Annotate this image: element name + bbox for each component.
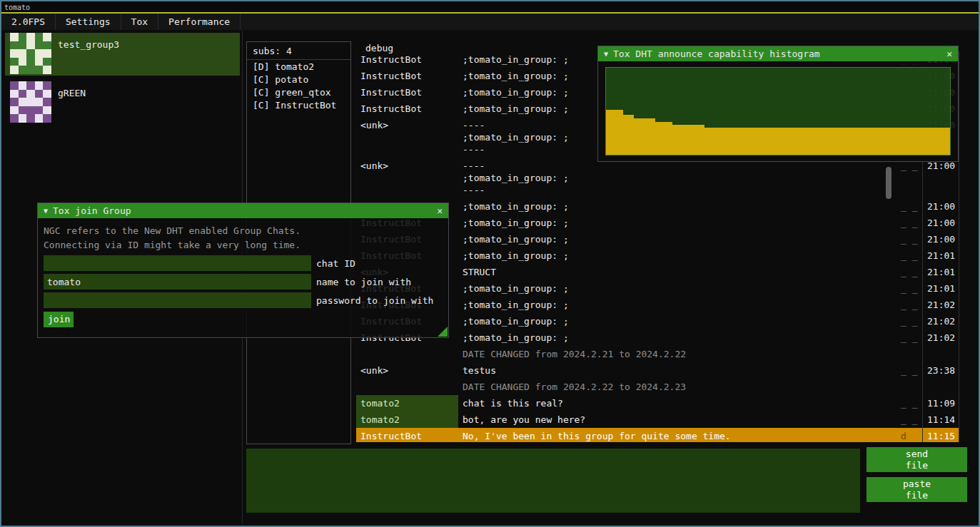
member-item[interactable]: [D] tomato2 — [247, 60, 350, 73]
group-avatar — [10, 33, 51, 74]
member-list: [D] tomato2[C] potato[C] green_qtox[C] I… — [247, 60, 350, 111]
message-time: 11:15 — [922, 428, 959, 442]
message-text: ---- ;tomato_in_group: ; ---- — [458, 158, 884, 198]
message-text: No, I've been in this group for quite so… — [458, 428, 884, 442]
group-item-test_group3[interactable]: test_group3 — [5, 33, 240, 76]
join-field-label: chat ID — [316, 258, 355, 269]
message-scroll-gutter — [884, 264, 897, 280]
member-item[interactable]: [C] green_qtox — [247, 86, 350, 98]
join-field-row: password to join with — [44, 292, 443, 308]
message-sender — [356, 379, 458, 395]
menu-item-tox[interactable]: Tox — [121, 14, 158, 30]
dht-histogram-titlebar[interactable]: ▼ Tox DHT announce capability histogram … — [598, 46, 958, 61]
join-button[interactable]: join — [44, 312, 74, 327]
message-flags: _ _ — [897, 297, 922, 313]
message-scroll-gutter — [884, 329, 897, 346]
histogram-bar — [634, 118, 655, 155]
message-time: 21:02 — [922, 329, 959, 346]
message-scroll-gutter — [884, 428, 897, 442]
message-text: ;tomato_in_group: ; — [458, 198, 884, 215]
close-icon[interactable]: ✕ — [946, 48, 952, 59]
member-item[interactable]: [C] potato — [247, 73, 350, 86]
message-text: ;tomato_in_group: ; — [458, 280, 884, 297]
message-scroll-gutter — [884, 297, 897, 313]
message-sender: tomato2 — [356, 395, 458, 411]
message-sender: InstructBot — [356, 68, 458, 84]
join-field-row: chat ID — [44, 255, 443, 271]
message-time: 21:00 — [922, 215, 959, 231]
message-scroll-gutter — [884, 198, 897, 215]
join-group-window: ▼ Tox join Group ✕ NGC refers to the New… — [37, 203, 449, 338]
message-flags: _ _ — [897, 411, 922, 428]
message-row: InstructBotNo, I've been in this group f… — [356, 428, 959, 442]
messages-scrollbar-thumb[interactable] — [886, 167, 891, 199]
message-time: 21:00 — [922, 198, 959, 215]
message-row: <unk>testus_ _23:38 — [356, 362, 959, 379]
collapse-arrow-icon[interactable]: ▼ — [44, 207, 48, 215]
message-text: STRUCT — [458, 264, 884, 280]
message-sender: <unk> — [356, 117, 458, 158]
message-text: chat is this real? — [458, 395, 884, 411]
join-name-input[interactable] — [44, 274, 311, 290]
message-scroll-gutter — [884, 231, 897, 247]
message-sender: tomato2 — [356, 411, 458, 428]
message-text: ;tomato_in_group: ; — [458, 215, 884, 231]
message-time: 21:02 — [922, 313, 959, 329]
member-item[interactable]: [C] InstructBot — [247, 98, 350, 111]
message-sender: InstructBot — [356, 428, 458, 442]
join-group-titlebar[interactable]: ▼ Tox join Group ✕ — [38, 203, 448, 218]
histogram-bar — [623, 115, 634, 155]
message-scroll-gutter — [884, 215, 897, 231]
join-group-info-text: NGC refers to the New DHT enabled Group … — [44, 224, 443, 252]
message-row: DATE CHANGED from 2024.2.22 to 2024.2.23 — [356, 379, 959, 395]
join-field-label: name to join with — [316, 277, 411, 287]
message-flags: _ _ — [897, 198, 922, 215]
message-flags: _ _ — [897, 362, 922, 379]
send-file-button[interactable]: send file — [867, 447, 967, 472]
message-time: 21:00 — [922, 158, 959, 198]
resize-grip[interactable] — [438, 327, 448, 337]
menu-item-settings[interactable]: Settings — [56, 14, 121, 30]
group-avatar — [10, 81, 51, 123]
message-sender: <unk> — [356, 158, 458, 198]
menu-item-performance[interactable]: Performance — [158, 14, 241, 30]
histogram-bar — [672, 125, 704, 155]
message-text: ;tomato_in_group: ; — [458, 313, 884, 329]
message-row: tomato2chat is this real?_ _11:09 — [356, 395, 959, 411]
histogram-bar — [655, 122, 673, 155]
message-time: 21:01 — [922, 264, 959, 280]
message-sender: <unk> — [356, 362, 458, 379]
message-input[interactable] — [246, 449, 860, 513]
menu-bar: 2.0FPSSettingsToxPerformance — [1, 14, 979, 30]
message-time — [922, 379, 959, 395]
message-scroll-gutter — [884, 379, 897, 395]
message-text: ;tomato_in_group: ; — [458, 297, 884, 313]
collapse-arrow-icon[interactable]: ▼ — [604, 50, 608, 58]
message-time: 21:02 — [922, 297, 959, 313]
join-info-line: Connecting via ID might take a very long… — [44, 238, 443, 252]
menu-item-2-0fps[interactable]: 2.0FPS — [1, 14, 56, 30]
message-flags: _ _ — [897, 264, 922, 280]
join-info-line: NGC refers to the New DHT enabled Group … — [44, 224, 443, 238]
message-sender: InstructBot — [356, 51, 458, 68]
message-flags: _ _ — [897, 158, 922, 198]
message-scroll-gutter — [884, 411, 897, 428]
paste-file-button[interactable]: paste file — [867, 477, 967, 502]
group-name: gREEN — [58, 88, 86, 98]
group-item-green[interactable]: gREEN — [5, 81, 240, 124]
message-time: 11:09 — [922, 395, 959, 411]
app-window: tomato 2.0FPSSettingsToxPerformance test… — [0, 0, 980, 527]
message-flags — [897, 379, 922, 395]
message-flags: _ _ — [897, 395, 922, 411]
join-password-input[interactable] — [44, 292, 311, 308]
close-icon[interactable]: ✕ — [437, 205, 443, 216]
join-field-row: name to join with — [44, 274, 443, 290]
message-row: tomato2bot, are you new here?_ _11:14 — [356, 411, 959, 428]
group-name: test_group3 — [58, 39, 119, 50]
message-text: ;tomato_in_group: ; — [458, 231, 884, 247]
message-text: DATE CHANGED from 2024.2.22 to 2024.2.23 — [458, 379, 884, 395]
message-text: ;tomato_in_group: ; — [458, 247, 884, 264]
message-flags: _ _ — [897, 231, 922, 247]
message-flags: _ _ — [897, 329, 922, 346]
chat-id-input[interactable] — [44, 255, 311, 271]
